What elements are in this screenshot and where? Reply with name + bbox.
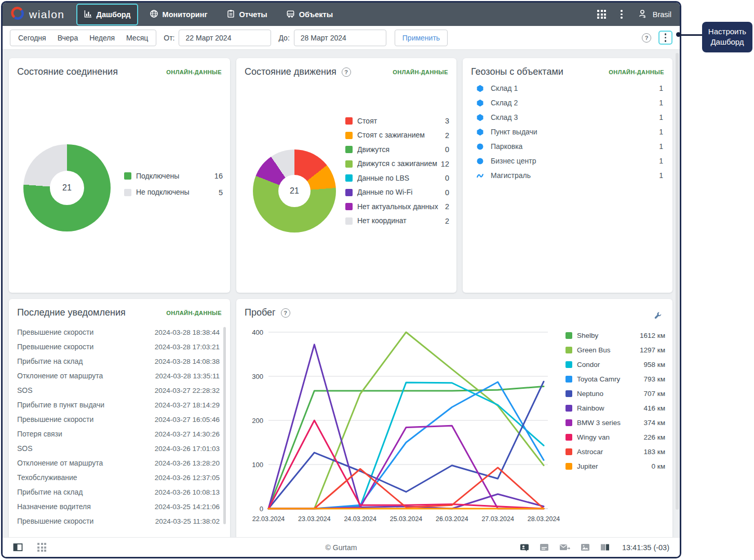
geofence-hexagon-icon xyxy=(476,85,484,92)
mileage-legend-item[interactable]: Wingy van226 км xyxy=(566,430,665,444)
notification-row[interactable]: Назначение водителя2024-03-25 14:21:06 xyxy=(17,499,220,514)
notification-row[interactable]: Прибытие на склад2024-03-26 10:08:13 xyxy=(17,485,220,499)
mileage-legend-item[interactable]: Jupiter0 км xyxy=(566,459,665,473)
geofence-row[interactable]: Склад 31 xyxy=(476,110,663,125)
unit-name: Wingy van xyxy=(577,433,644,441)
app-window: wialon Дашборд Мониторинг Отчеты xyxy=(1,1,681,558)
tab-monitoring[interactable]: Мониторинг xyxy=(142,4,215,25)
notification-text: SOS xyxy=(17,386,155,394)
mileage-legend-item[interactable]: Rainbow416 км xyxy=(566,401,665,415)
apps-grid-icon[interactable] xyxy=(597,10,606,19)
mileage-legend-item[interactable]: Shelby1612 км xyxy=(566,328,665,343)
legend-item[interactable]: Подключены16 xyxy=(124,171,223,181)
dashboard-settings-button[interactable] xyxy=(658,31,672,45)
mileage-legend-item[interactable]: Toyota Camry793 км xyxy=(566,372,665,386)
mileage-legend-item[interactable]: Green Bus1297 км xyxy=(566,343,665,357)
notification-row[interactable]: Превышение скорости2024-03-28 18:38:44 xyxy=(17,325,220,339)
wialon-logo[interactable]: wialon xyxy=(11,7,65,22)
preset-yesterday[interactable]: Вчера xyxy=(52,34,84,42)
preset-month[interactable]: Месяц xyxy=(120,34,154,42)
notifications-card: Последние уведомления ОНЛАЙН-ДАННЫЕ Прев… xyxy=(9,299,230,540)
notification-row[interactable]: SOS2024-03-26 17:01:03 xyxy=(17,441,220,456)
operator-icon[interactable] xyxy=(520,543,529,552)
connection-donut-chart[interactable]: 21 xyxy=(23,144,111,231)
card-title: Состояние движения xyxy=(245,66,336,77)
geofence-list: Склад 11Склад 21Склад 31Пункт выдачи1Пар… xyxy=(476,81,663,183)
notification-row[interactable]: SOS2024-03-27 22:28:32 xyxy=(17,383,220,398)
mileage-legend-item[interactable]: Neptuno707 км xyxy=(566,386,665,401)
notification-row[interactable]: Техобслуживание2024-03-26 12:37:05 xyxy=(17,470,220,485)
navbar-kebab-icon[interactable] xyxy=(620,9,624,20)
geofence-name: Пункт выдачи xyxy=(491,128,659,136)
messages-icon[interactable] xyxy=(540,543,549,551)
legend-label: Движутся xyxy=(357,145,442,154)
movement-donut-chart[interactable]: 21 xyxy=(253,149,336,233)
geofence-row[interactable]: Парковка1 xyxy=(476,139,663,154)
legend-item[interactable]: Стоят с зажиганием2 xyxy=(345,130,449,140)
geofence-row[interactable]: Склад 11 xyxy=(476,81,663,95)
geofence-row[interactable]: Пункт выдачи1 xyxy=(476,125,663,139)
svg-text:23.03.2024: 23.03.2024 xyxy=(298,515,331,523)
notification-row[interactable]: Прибытие в пункт выдачи2024-03-27 18:14:… xyxy=(17,398,220,412)
notification-row[interactable]: Превышение скорости2024-03-28 17:03:21 xyxy=(17,339,220,354)
notification-row[interactable]: Превышение скорости2024-03-27 16:05:46 xyxy=(17,412,220,427)
legend-item[interactable]: Данные по Wi-Fi0 xyxy=(345,187,449,197)
svg-text:22.03.2024: 22.03.2024 xyxy=(252,515,285,523)
date-from-input[interactable] xyxy=(179,30,271,46)
apply-button[interactable]: Применить xyxy=(395,30,448,46)
legend-item[interactable]: Движутся с зажиганием12 xyxy=(345,159,449,168)
preset-today[interactable]: Сегодня xyxy=(12,34,52,42)
legend-item[interactable]: Не подключены5 xyxy=(124,187,223,197)
notifications-scrollbar[interactable] xyxy=(223,327,226,524)
help-icon[interactable]: ? xyxy=(642,33,651,43)
geofence-row[interactable]: Бизнес центр1 xyxy=(476,154,663,168)
wrench-icon[interactable] xyxy=(654,311,662,322)
notification-time: 2024-03-25 14:21:06 xyxy=(155,503,220,511)
navbar-right: Brasil xyxy=(597,8,671,21)
legend-item[interactable]: Нет актуальных данных2 xyxy=(345,202,449,211)
notification-text: Отклонение от маршрута xyxy=(17,459,155,467)
legend-item[interactable]: Нет координат2 xyxy=(345,216,449,225)
legend-label: Не подключены xyxy=(136,187,216,197)
legend-value: 0 xyxy=(445,188,449,197)
legend-item[interactable]: Стоят3 xyxy=(345,116,449,126)
content-scrollbar[interactable] xyxy=(676,53,679,510)
online-data-badge: ОНЛАЙН-ДАННЫЕ xyxy=(609,69,664,75)
mileage-legend-item[interactable]: Astrocar183 км xyxy=(566,444,665,459)
mileage-legend-item[interactable]: BMW 3 series374 км xyxy=(566,415,665,430)
legend-item[interactable]: Данные по LBS0 xyxy=(345,173,449,183)
send-mail-icon[interactable] xyxy=(559,543,570,552)
card-title: Пробег xyxy=(245,307,276,318)
notification-time: 2024-03-26 13:28:20 xyxy=(155,459,220,467)
notification-row[interactable]: Прибытие на склад2024-03-28 14:08:38 xyxy=(17,354,220,368)
date-to-input[interactable] xyxy=(294,30,386,46)
notification-row[interactable]: Отклонение от маршрута2024-03-26 13:28:2… xyxy=(17,456,220,470)
filter-bar: Сегодня Вчера Неделя Месяц От: До: Приме… xyxy=(3,26,680,50)
card-title: Последние уведомления xyxy=(17,307,126,318)
help-icon[interactable]: ? xyxy=(281,308,290,318)
legend-item[interactable]: Движутся0 xyxy=(345,145,449,154)
geofence-row[interactable]: Склад 21 xyxy=(476,95,663,110)
mileage-line-chart[interactable]: 010020030040022.03.202423.03.202424.03.2… xyxy=(240,326,568,531)
unit-mileage: 416 км xyxy=(644,404,665,412)
notification-row[interactable]: Отклонение от маршрута2024-03-28 13:35:1… xyxy=(17,368,220,383)
unit-mileage: 793 км xyxy=(644,375,665,383)
legend-label: Стоят xyxy=(357,116,442,126)
tab-dashboard[interactable]: Дашборд xyxy=(76,4,138,25)
tab-reports[interactable]: Отчеты xyxy=(219,4,275,25)
help-icon[interactable]: ? xyxy=(342,67,351,77)
notification-row[interactable]: Потеря связи2024-03-27 14:30:26 xyxy=(17,427,220,441)
legend-value: 16 xyxy=(214,172,223,180)
notification-row[interactable]: Превышение скорости2024-03-25 11:38:02 xyxy=(17,514,220,528)
unit-name: Shelby xyxy=(577,332,640,339)
notification-text: Отклонение от маршрута xyxy=(17,372,155,380)
preset-week[interactable]: Неделя xyxy=(84,34,120,42)
mileage-legend-item[interactable]: Condor958 км xyxy=(566,357,665,372)
user-menu[interactable]: Brasil xyxy=(637,8,671,21)
split-view-icon[interactable] xyxy=(600,543,610,551)
tab-units[interactable]: Объекты xyxy=(279,4,340,25)
media-icon[interactable] xyxy=(581,543,590,551)
unit-mileage: 0 км xyxy=(652,462,665,470)
geofence-row[interactable]: Магистраль1 xyxy=(476,168,663,183)
legend-label: Нет координат xyxy=(357,216,442,225)
